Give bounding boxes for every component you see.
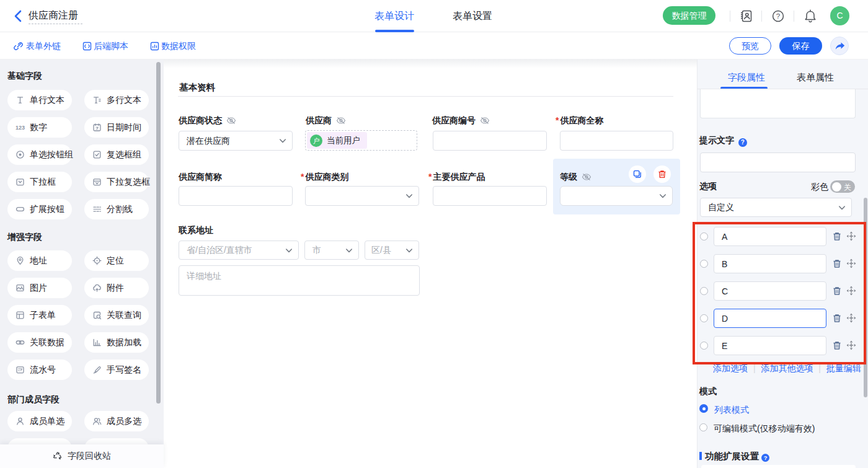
svg-text:?: ? — [776, 12, 780, 20]
